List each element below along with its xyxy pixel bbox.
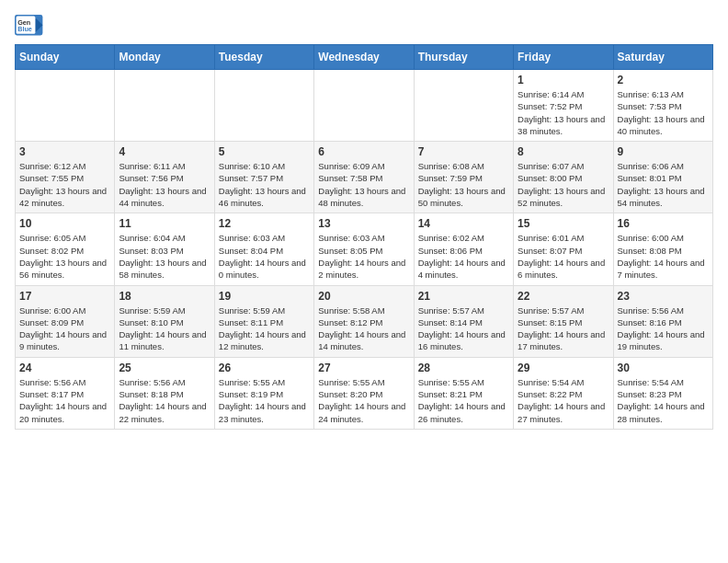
day-number: 25 [119,362,210,374]
day-number: 26 [219,362,310,374]
day-info: Sunrise: 6:12 AM Sunset: 7:55 PM Dayligh… [19,160,110,209]
day-info: Sunrise: 5:57 AM Sunset: 8:14 PM Dayligh… [418,304,509,353]
day-number: 16 [618,217,709,230]
weekday-header-cell: Sunday [16,45,115,70]
calendar-day-cell: 29Sunrise: 5:54 AM Sunset: 8:22 PM Dayli… [514,357,613,429]
calendar-body: 1Sunrise: 6:14 AM Sunset: 7:52 PM Daylig… [16,70,713,430]
calendar-day-cell: 19Sunrise: 5:59 AM Sunset: 8:11 PM Dayli… [214,285,313,357]
day-number: 14 [418,217,509,230]
day-info: Sunrise: 6:03 AM Sunset: 8:04 PM Dayligh… [219,232,310,281]
calendar-day-cell: 26Sunrise: 5:55 AM Sunset: 8:19 PM Dayli… [214,357,313,429]
day-number: 9 [618,145,709,158]
calendar-day-cell: 18Sunrise: 5:59 AM Sunset: 8:10 PM Dayli… [115,285,214,357]
calendar-day-cell [214,70,313,142]
calendar-day-cell: 22Sunrise: 5:57 AM Sunset: 8:15 PM Dayli… [514,285,613,357]
calendar-day-cell: 7Sunrise: 6:08 AM Sunset: 7:59 PM Daylig… [414,142,513,213]
calendar-day-cell: 8Sunrise: 6:07 AM Sunset: 8:00 PM Daylig… [514,142,613,213]
day-number: 15 [518,217,609,230]
day-info: Sunrise: 5:56 AM Sunset: 8:17 PM Dayligh… [19,376,110,425]
calendar-day-cell: 27Sunrise: 5:55 AM Sunset: 8:20 PM Dayli… [314,357,414,429]
day-number: 5 [219,145,310,158]
calendar-day-cell [115,70,214,142]
calendar-week-row: 1Sunrise: 6:14 AM Sunset: 7:52 PM Daylig… [16,70,713,142]
day-number: 13 [318,217,409,230]
day-info: Sunrise: 6:02 AM Sunset: 8:06 PM Dayligh… [418,232,509,281]
calendar-day-cell: 30Sunrise: 5:54 AM Sunset: 8:23 PM Dayli… [613,357,712,429]
calendar-day-cell: 1Sunrise: 6:14 AM Sunset: 7:52 PM Daylig… [514,70,613,142]
day-number: 18 [119,290,210,303]
day-info: Sunrise: 6:14 AM Sunset: 7:52 PM Dayligh… [518,88,609,137]
day-number: 4 [119,145,210,158]
calendar-day-cell: 6Sunrise: 6:09 AM Sunset: 7:58 PM Daylig… [314,142,414,213]
day-info: Sunrise: 6:01 AM Sunset: 8:07 PM Dayligh… [518,232,609,281]
day-number: 30 [618,362,709,374]
day-info: Sunrise: 6:07 AM Sunset: 8:00 PM Dayligh… [518,160,609,209]
day-info: Sunrise: 5:59 AM Sunset: 8:11 PM Dayligh… [219,304,310,353]
day-number: 6 [318,145,409,158]
logo: Gen Blue [15,15,48,37]
day-number: 2 [618,74,709,86]
calendar-day-cell [16,70,115,142]
calendar-week-row: 10Sunrise: 6:05 AM Sunset: 8:02 PM Dayli… [16,213,713,285]
logo-icon: Gen Blue [15,15,44,37]
header: Gen Blue [15,15,713,37]
weekday-header-cell: Thursday [414,45,513,70]
calendar-day-cell: 10Sunrise: 6:05 AM Sunset: 8:02 PM Dayli… [16,213,115,285]
day-info: Sunrise: 5:55 AM Sunset: 8:21 PM Dayligh… [418,376,509,425]
day-info: Sunrise: 6:11 AM Sunset: 7:56 PM Dayligh… [119,160,210,209]
day-number: 24 [19,362,110,374]
day-info: Sunrise: 6:04 AM Sunset: 8:03 PM Dayligh… [119,232,210,281]
day-info: Sunrise: 6:06 AM Sunset: 8:01 PM Dayligh… [618,160,709,209]
calendar-week-row: 24Sunrise: 5:56 AM Sunset: 8:17 PM Dayli… [16,357,713,429]
day-number: 8 [518,145,609,158]
calendar-day-cell: 16Sunrise: 6:00 AM Sunset: 8:08 PM Dayli… [613,213,712,285]
weekday-header-row: SundayMondayTuesdayWednesdayThursdayFrid… [16,45,713,70]
day-number: 29 [518,362,609,374]
svg-text:Blue: Blue [17,25,32,33]
calendar-day-cell: 21Sunrise: 5:57 AM Sunset: 8:14 PM Dayli… [414,285,513,357]
calendar-day-cell: 4Sunrise: 6:11 AM Sunset: 7:56 PM Daylig… [115,142,214,213]
day-info: Sunrise: 5:54 AM Sunset: 8:23 PM Dayligh… [618,376,709,425]
day-number: 23 [618,290,709,303]
day-number: 7 [418,145,509,158]
calendar-day-cell: 2Sunrise: 6:13 AM Sunset: 7:53 PM Daylig… [613,70,712,142]
calendar-day-cell: 20Sunrise: 5:58 AM Sunset: 8:12 PM Dayli… [314,285,414,357]
day-number: 11 [119,217,210,230]
day-info: Sunrise: 6:08 AM Sunset: 7:59 PM Dayligh… [418,160,509,209]
calendar-day-cell: 15Sunrise: 6:01 AM Sunset: 8:07 PM Dayli… [514,213,613,285]
calendar-day-cell: 25Sunrise: 5:56 AM Sunset: 8:18 PM Dayli… [115,357,214,429]
weekday-header-cell: Monday [115,45,214,70]
day-info: Sunrise: 5:56 AM Sunset: 8:18 PM Dayligh… [119,376,210,425]
calendar-day-cell [314,70,414,142]
calendar-day-cell: 23Sunrise: 5:56 AM Sunset: 8:16 PM Dayli… [613,285,712,357]
day-info: Sunrise: 5:56 AM Sunset: 8:16 PM Dayligh… [618,304,709,353]
day-number: 22 [518,290,609,303]
calendar-day-cell: 24Sunrise: 5:56 AM Sunset: 8:17 PM Dayli… [16,357,115,429]
day-info: Sunrise: 5:58 AM Sunset: 8:12 PM Dayligh… [318,304,409,353]
day-info: Sunrise: 5:55 AM Sunset: 8:20 PM Dayligh… [318,376,409,425]
day-info: Sunrise: 5:57 AM Sunset: 8:15 PM Dayligh… [518,304,609,353]
calendar-day-cell: 9Sunrise: 6:06 AM Sunset: 8:01 PM Daylig… [613,142,712,213]
day-number: 20 [318,290,409,303]
calendar-week-row: 17Sunrise: 6:00 AM Sunset: 8:09 PM Dayli… [16,285,713,357]
weekday-header-cell: Friday [514,45,613,70]
day-number: 21 [418,290,509,303]
day-info: Sunrise: 6:03 AM Sunset: 8:05 PM Dayligh… [318,232,409,281]
day-info: Sunrise: 6:13 AM Sunset: 7:53 PM Dayligh… [618,88,709,137]
calendar-table: SundayMondayTuesdayWednesdayThursdayFrid… [15,44,713,430]
day-info: Sunrise: 5:59 AM Sunset: 8:10 PM Dayligh… [119,304,210,353]
day-info: Sunrise: 6:10 AM Sunset: 7:57 PM Dayligh… [219,160,310,209]
weekday-header-cell: Saturday [613,45,712,70]
weekday-header-cell: Wednesday [314,45,414,70]
calendar-day-cell: 11Sunrise: 6:04 AM Sunset: 8:03 PM Dayli… [115,213,214,285]
day-info: Sunrise: 6:00 AM Sunset: 8:08 PM Dayligh… [618,232,709,281]
calendar-week-row: 3Sunrise: 6:12 AM Sunset: 7:55 PM Daylig… [16,142,713,213]
calendar-day-cell: 3Sunrise: 6:12 AM Sunset: 7:55 PM Daylig… [16,142,115,213]
day-number: 19 [219,290,310,303]
day-info: Sunrise: 6:00 AM Sunset: 8:09 PM Dayligh… [19,304,110,353]
calendar-day-cell: 12Sunrise: 6:03 AM Sunset: 8:04 PM Dayli… [214,213,313,285]
day-number: 10 [19,217,110,230]
calendar-day-cell: 13Sunrise: 6:03 AM Sunset: 8:05 PM Dayli… [314,213,414,285]
calendar-day-cell: 28Sunrise: 5:55 AM Sunset: 8:21 PM Dayli… [414,357,513,429]
day-info: Sunrise: 5:55 AM Sunset: 8:19 PM Dayligh… [219,376,310,425]
